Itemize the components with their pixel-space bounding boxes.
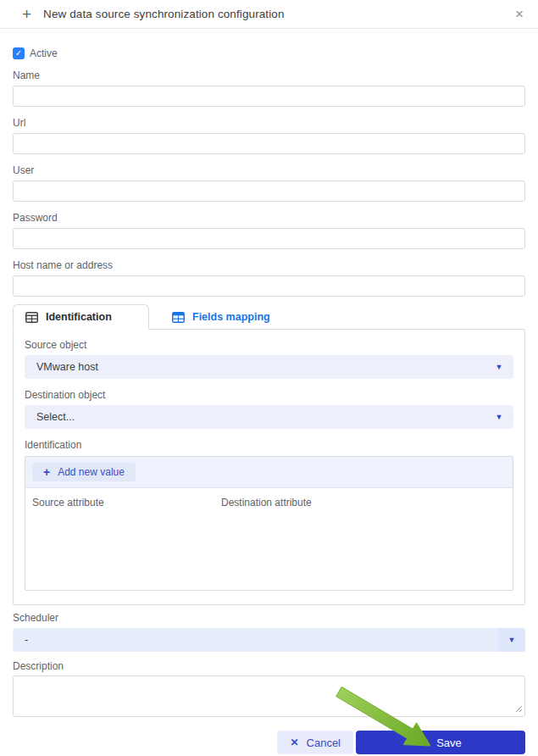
dialog-header: + New data source synchronization config… xyxy=(0,0,538,29)
source-attribute-column-header: Source attribute xyxy=(32,497,221,509)
caret-box: ▼ xyxy=(498,628,525,652)
resize-handle-icon[interactable] xyxy=(515,705,523,713)
source-object-value: VMware host xyxy=(36,361,98,373)
check-icon: ✓ xyxy=(419,737,429,749)
plus-icon: + xyxy=(43,466,50,478)
destination-object-select[interactable]: Select... ▼ xyxy=(25,405,513,429)
identification-table-toolbar: + Add new value xyxy=(25,457,513,488)
identification-table: + Add new value Source attribute Destina… xyxy=(25,456,513,591)
table-icon xyxy=(172,312,185,323)
scheduler-select[interactable]: - ▼ xyxy=(13,628,525,652)
table-icon xyxy=(25,312,38,323)
description-textarea[interactable] xyxy=(13,675,525,717)
add-new-value-button[interactable]: + Add new value xyxy=(32,463,136,481)
tab-fields-mapping-label: Fields mapping xyxy=(192,311,270,323)
chevron-down-icon: ▼ xyxy=(508,636,516,644)
tab-bar: Identification Fields mapping xyxy=(13,304,525,330)
cancel-button-label: Cancel xyxy=(307,737,341,749)
active-checkbox-row: ✓ Active xyxy=(13,47,525,59)
identification-table-header-row: Source attribute Destination attribute xyxy=(25,488,513,514)
scheduler-label: Scheduler xyxy=(13,612,525,624)
name-label: Name xyxy=(13,69,525,81)
save-button-label: Save xyxy=(436,737,462,749)
tab-identification-label: Identification xyxy=(46,311,112,323)
dialog-footer: ✕ Cancel ✓ Save xyxy=(13,731,525,754)
description-label: Description xyxy=(13,660,525,672)
description-wrap xyxy=(13,675,525,717)
dialog-title: New data source synchronization configur… xyxy=(43,8,284,20)
destination-object-value: Select... xyxy=(36,411,75,423)
cancel-button[interactable]: ✕ Cancel xyxy=(277,731,353,754)
destination-attribute-column-header: Destination attribute xyxy=(221,497,312,509)
password-label: Password xyxy=(13,212,525,224)
url-label: Url xyxy=(13,117,525,129)
tab-identification[interactable]: Identification xyxy=(13,304,149,330)
plus-icon: + xyxy=(22,6,31,22)
dialog-body: ✓ Active Name Url User Password Host nam… xyxy=(0,47,538,754)
add-new-value-label: Add new value xyxy=(58,466,125,478)
close-icon[interactable]: × xyxy=(512,5,527,23)
identification-table-empty-area xyxy=(25,514,513,590)
host-input[interactable] xyxy=(13,275,525,297)
user-label: User xyxy=(13,164,525,176)
scheduler-value: - xyxy=(25,634,28,646)
user-input[interactable] xyxy=(13,181,525,202)
chevron-down-icon: ▼ xyxy=(485,363,513,371)
tab-fields-mapping[interactable]: Fields mapping xyxy=(149,304,293,330)
password-input[interactable] xyxy=(13,228,525,249)
host-label: Host name or address xyxy=(13,259,525,271)
x-icon: ✕ xyxy=(290,737,298,748)
destination-object-label: Destination object xyxy=(25,389,513,401)
active-label: Active xyxy=(30,47,58,59)
name-input[interactable] xyxy=(13,86,525,107)
identification-section-label: Identification xyxy=(25,439,513,451)
source-object-select[interactable]: VMware host ▼ xyxy=(25,355,513,379)
url-input[interactable] xyxy=(13,133,525,154)
chevron-down-icon: ▼ xyxy=(485,413,513,421)
save-button[interactable]: ✓ Save xyxy=(356,731,525,754)
source-object-label: Source object xyxy=(25,339,513,351)
identification-tab-panel: Source object VMware host ▼ Destination … xyxy=(13,329,525,605)
active-checkbox[interactable]: ✓ xyxy=(13,47,25,59)
